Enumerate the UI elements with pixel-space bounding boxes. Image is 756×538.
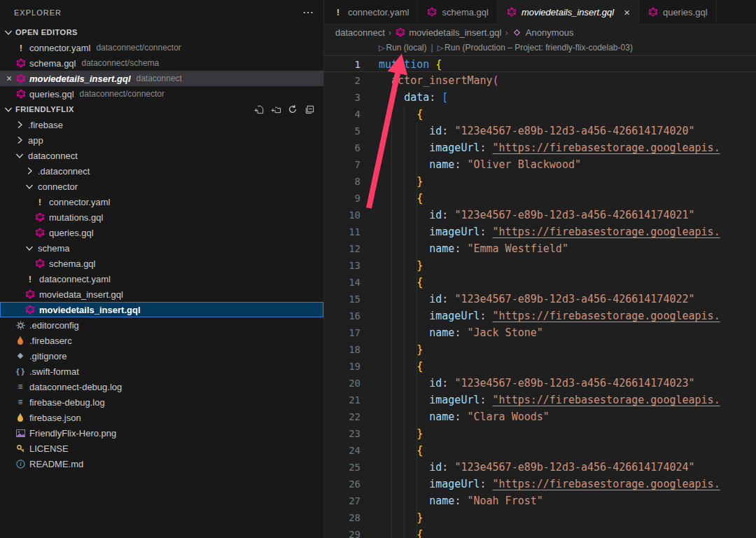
new-file-icon[interactable] — [253, 104, 265, 115]
tree-item-LICENSE[interactable]: LICENSE — [0, 441, 323, 456]
code-line-27[interactable]: 27 name: "Noah Frost" — [324, 492, 756, 509]
code-text: name: "Oliver Blackwood" — [360, 156, 581, 173]
code-line-7[interactable]: 7 name: "Oliver Blackwood" — [324, 156, 756, 173]
tree-item-schema.gql[interactable]: schema.gql — [0, 256, 323, 271]
code-line-26[interactable]: 26 imageUrl: "https://firebasestorage.go… — [324, 476, 756, 492]
tree-item-firebase.json[interactable]: firebase.json — [0, 410, 323, 425]
code-line-6[interactable]: 6 imageUrl: "https://firebasestorage.goo… — [324, 139, 756, 156]
chevron-down-icon — [14, 150, 25, 161]
tree-item-mutations.gql[interactable]: mutations.gql — [0, 209, 323, 225]
open-editor-item-moviedetails_insert.gql[interactable]: ×moviedetails_insert.gqldataconnect — [0, 71, 323, 86]
code-line-22[interactable]: 22 name: "Clara Woods" — [324, 408, 756, 425]
new-folder-icon[interactable] — [270, 104, 281, 115]
tree-item-queries.gql[interactable]: queries.gql — [0, 225, 323, 240]
code-line-16[interactable]: 16 imageUrl: "https://firebasestorage.go… — [324, 308, 756, 324]
tab-schema.gql[interactable]: schema.gql — [418, 0, 497, 24]
explorer-header: EXPLORER ⋯ — [0, 0, 323, 25]
file-label: dataconnect.yaml — [39, 274, 111, 284]
code-line-24[interactable]: 24 { — [324, 442, 756, 459]
graphql-icon — [24, 289, 36, 300]
code-line-12[interactable]: 12 name: "Emma Westfield" — [324, 240, 756, 257]
line-number: 17 — [324, 324, 360, 341]
workspace-header[interactable]: FRIENDLYFLIX — [0, 102, 323, 117]
code-editor[interactable]: ▷Run (local)|▷Run (Production – Project:… — [324, 40, 756, 538]
tree-item-.firebase[interactable]: .firebase — [0, 117, 323, 132]
tree-item-.firebaserc[interactable]: .firebaserc — [0, 333, 323, 348]
more-actions-icon[interactable]: ⋯ — [302, 7, 314, 18]
code-line-10[interactable]: 10 id: "123e4567-e89b-12d3-a456-42661417… — [324, 207, 756, 223]
log-icon: ≡ — [15, 396, 26, 408]
code-line-28[interactable]: 28 } — [324, 509, 756, 526]
code-line-17[interactable]: 17 name: "Jack Stone" — [324, 324, 756, 341]
tree-item-connector[interactable]: connector — [0, 179, 323, 194]
code-line-18[interactable]: 18 } — [324, 341, 756, 358]
chevron-down-icon — [24, 181, 35, 192]
tree-item-moviedetails_insert.gql[interactable]: moviedetails_insert.gql — [0, 302, 323, 317]
tree-item-moviedata_insert.gql[interactable]: moviedata_insert.gql — [0, 287, 323, 302]
tree-item-dataconnect-debug.log[interactable]: ≡dataconnect-debug.log — [0, 379, 323, 394]
collapse-all-icon[interactable] — [304, 104, 315, 115]
code-line-13[interactable]: 13 } — [324, 257, 756, 274]
breadcrumb-item-Anonymous[interactable]: Anonymous — [512, 27, 574, 38]
file-label: README.md — [29, 459, 83, 469]
line-number: 29 — [324, 526, 360, 538]
line-number: 7 — [324, 156, 360, 173]
code-line-20[interactable]: 20 id: "123e4567-e89b-12d3-a456-42661417… — [324, 375, 756, 392]
tree-item-.dataconnect[interactable]: .dataconnect — [0, 163, 323, 179]
tree-item-schema[interactable]: schema — [0, 240, 323, 256]
tree-item-README.md[interactable]: iREADME.md — [0, 456, 323, 471]
graphql-icon — [34, 212, 46, 223]
code-line-1[interactable]: 1mutation { — [324, 55, 756, 72]
code-text: imageUrl: "https://firebasestorage.googl… — [360, 308, 720, 324]
tree-item-app[interactable]: app — [0, 132, 323, 148]
code-text: imageUrl: "https://firebasestorage.googl… — [360, 139, 720, 156]
tree-item-firebase-debug.log[interactable]: ≡firebase-debug.log — [0, 394, 323, 410]
tab-connector.yaml[interactable]: !connector.yaml — [324, 0, 418, 24]
tree-item-dataconnect[interactable]: dataconnect — [0, 148, 323, 163]
code-line-8[interactable]: 8 } — [324, 173, 756, 190]
code-line-19[interactable]: 19 { — [324, 358, 756, 375]
tree-item-.editorconfig[interactable]: .editorconfig — [0, 317, 323, 333]
key-icon — [15, 443, 26, 454]
braces-icon: { } — [15, 366, 26, 377]
code-line-14[interactable]: 14 { — [324, 274, 756, 291]
open-editor-item-schema.gql[interactable]: schema.gqldataconnect/schema — [0, 55, 323, 71]
code-line-5[interactable]: 5 id: "123e4567-e89b-12d3-a456-426614174… — [324, 123, 756, 139]
tab-queries.gql[interactable]: queries.gql — [639, 0, 717, 24]
warning-icon: ! — [332, 6, 344, 18]
close-icon[interactable]: × — [624, 7, 630, 18]
tree-item-dataconnect.yaml[interactable]: !dataconnect.yaml — [0, 271, 323, 287]
line-number: 9 — [324, 190, 360, 207]
symbol-icon — [512, 27, 523, 38]
code-line-23[interactable]: 23 } — [324, 425, 756, 442]
open-editor-description: dataconnect/connector — [80, 89, 164, 99]
code-line-3[interactable]: 3 data: [ — [324, 89, 756, 106]
folder-label: connector — [38, 181, 78, 192]
folder-label: schema — [38, 243, 70, 254]
open-editor-item-queries.gql[interactable]: queries.gqldataconnect/connector — [0, 86, 323, 102]
close-icon[interactable]: × — [3, 73, 15, 84]
open-editor-item-connector.yaml[interactable]: !connector.yamldataconnect/connector — [0, 40, 323, 55]
code-line-29[interactable]: 29 { — [324, 526, 756, 538]
breadcrumb-item-moviedetails_insert.gql[interactable]: moviedetails_insert.gql — [395, 27, 501, 38]
code-text: imageUrl: "https://firebasestorage.googl… — [360, 392, 720, 408]
tree-item-.gitignore[interactable]: .gitignore — [0, 348, 323, 364]
tree-item-.swift-format[interactable]: { }.swift-format — [0, 364, 323, 379]
graphql-icon — [426, 6, 438, 18]
open-editors-header[interactable]: OPEN EDITORS — [0, 25, 323, 40]
breadcrumb-item-dataconnect[interactable]: dataconnect — [335, 27, 385, 38]
tree-item-FriendlyFlix-Hero.png[interactable]: FriendlyFlix-Hero.png — [0, 425, 323, 441]
run-local-link[interactable]: ▷Run (local) — [379, 43, 427, 53]
tree-item-connector.yaml[interactable]: !connector.yaml — [0, 194, 323, 209]
code-line-25[interactable]: 25 id: "123e4567-e89b-12d3-a456-42661417… — [324, 459, 756, 476]
code-line-2[interactable]: 2 actor_insertMany( — [324, 72, 756, 89]
code-line-15[interactable]: 15 id: "123e4567-e89b-12d3-a456-42661417… — [324, 291, 756, 308]
open-editor-label: schema.gql — [29, 58, 76, 69]
run-production-link[interactable]: ▷Run (Production – Project: friendly-fli… — [438, 43, 633, 53]
refresh-icon[interactable] — [287, 104, 298, 115]
code-line-11[interactable]: 11 imageUrl: "https://firebasestorage.go… — [324, 223, 756, 240]
code-line-4[interactable]: 4 { — [324, 106, 756, 123]
tab-moviedetails_insert.gql[interactable]: moviedetails_insert.gql× — [498, 0, 639, 24]
code-line-21[interactable]: 21 imageUrl: "https://firebasestorage.go… — [324, 392, 756, 408]
code-line-9[interactable]: 9 { — [324, 190, 756, 207]
